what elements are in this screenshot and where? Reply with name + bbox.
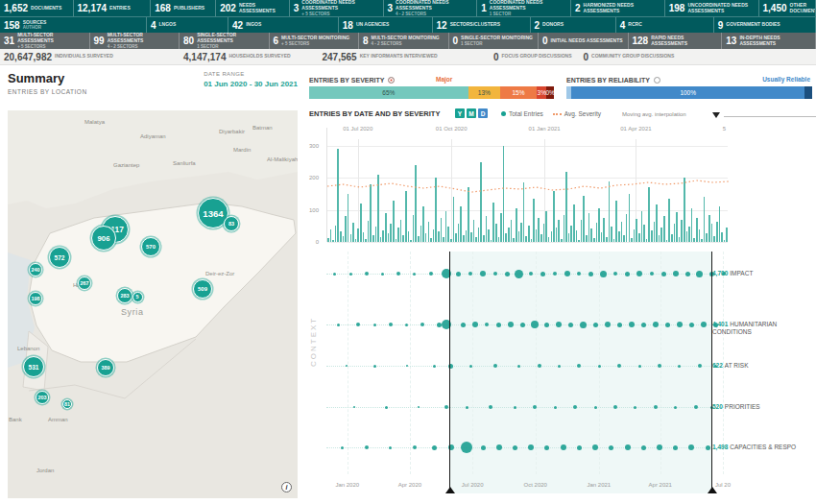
entry-bar[interactable] (486, 216, 488, 242)
entry-bar[interactable] (370, 184, 372, 242)
map-bubble-906[interactable]: 906 (91, 226, 116, 251)
entry-dot[interactable] (544, 323, 549, 327)
entry-dot[interactable] (650, 272, 654, 276)
entry-bar[interactable] (583, 196, 585, 242)
entry-dot[interactable] (613, 272, 617, 276)
entry-dot[interactable] (365, 272, 369, 276)
entry-bar[interactable] (460, 206, 462, 242)
entry-bar[interactable] (478, 228, 480, 242)
entry-bar[interactable] (684, 178, 685, 242)
entry-bar[interactable] (545, 211, 547, 242)
entry-dot[interactable] (641, 445, 646, 450)
entry-bar[interactable] (397, 228, 399, 242)
entry-dot[interactable] (496, 444, 502, 450)
entry-dot[interactable] (609, 445, 613, 450)
entry-dot[interactable] (685, 272, 690, 276)
entry-bar[interactable] (691, 208, 693, 242)
entry-dot[interactable] (577, 445, 582, 450)
map-bubble-531[interactable]: 531 (23, 356, 44, 377)
entry-bar[interactable] (425, 233, 427, 242)
entry-dot[interactable] (554, 406, 557, 409)
entry-dot[interactable] (461, 323, 466, 327)
sev-gauge-segment-3[interactable]: 15% (500, 86, 537, 99)
entry-bar[interactable] (615, 201, 617, 242)
entry-bar[interactable] (438, 231, 440, 242)
entry-dot[interactable] (341, 446, 344, 449)
granularity-button-m[interactable]: M (467, 108, 476, 118)
map-bubble-283[interactable]: 283 (117, 288, 132, 303)
entry-bar[interactable] (525, 236, 527, 242)
entry-dot[interactable] (641, 323, 646, 327)
entry-dot[interactable] (346, 365, 348, 367)
entry-bar[interactable] (396, 239, 397, 242)
entry-dot[interactable] (674, 406, 677, 409)
entry-bar[interactable] (719, 206, 721, 242)
entry-dot[interactable] (564, 271, 570, 276)
entry-dot[interactable] (493, 272, 497, 276)
entry-dot[interactable] (469, 365, 472, 368)
entry-bar[interactable] (565, 172, 567, 242)
entry-bar[interactable] (413, 215, 415, 242)
entry-bar[interactable] (564, 215, 565, 242)
entry-bar[interactable] (688, 227, 690, 242)
entry-dot[interactable] (432, 445, 437, 450)
entry-dot[interactable] (673, 445, 678, 450)
entry-bar[interactable] (636, 219, 637, 242)
entry-bar[interactable] (631, 238, 633, 242)
entry-bar[interactable] (441, 218, 443, 242)
entry-bar[interactable] (335, 226, 337, 242)
entry-dot[interactable] (406, 365, 408, 367)
entry-bar[interactable] (538, 218, 540, 242)
entry-dot[interactable] (373, 365, 376, 368)
entry-bar[interactable] (656, 204, 658, 242)
entry-dot[interactable] (433, 365, 436, 368)
entry-bar[interactable] (668, 199, 670, 242)
entry-bar[interactable] (511, 220, 513, 242)
entry-dot[interactable] (588, 272, 593, 276)
entry-dot[interactable] (594, 406, 597, 409)
entry-bar[interactable] (726, 228, 728, 242)
brush-selection[interactable] (449, 252, 711, 493)
entry-bar[interactable] (686, 231, 688, 242)
entry-bar[interactable] (613, 239, 615, 242)
entry-dot[interactable] (617, 323, 622, 327)
map-bubble-203[interactable]: 203 (36, 391, 49, 404)
entry-dot[interactable] (636, 271, 642, 276)
map-bubble-5[interactable]: 5 (132, 292, 143, 302)
entry-dot[interactable] (698, 364, 702, 368)
entry-bar[interactable] (573, 204, 575, 242)
entry-dot[interactable] (472, 322, 478, 327)
entry-bar[interactable] (646, 239, 648, 242)
entry-dot[interactable] (337, 324, 340, 326)
entry-bar[interactable] (528, 226, 530, 242)
entry-bar[interactable] (568, 233, 570, 242)
entry-bar[interactable] (385, 213, 387, 242)
entry-dot[interactable] (625, 444, 631, 450)
map-bubble-198[interactable]: 198 (29, 292, 42, 305)
entry-bar[interactable] (430, 238, 432, 242)
entry-bar[interactable] (623, 235, 625, 242)
entry-dot[interactable] (515, 270, 523, 278)
entry-bar[interactable] (343, 236, 345, 242)
map-bubble-267[interactable]: 267 (78, 276, 91, 290)
granularity-button-y[interactable]: Y (455, 108, 465, 118)
entry-dot[interactable] (605, 322, 611, 327)
entry-dot[interactable] (381, 273, 384, 276)
entry-dot[interactable] (365, 445, 369, 449)
entry-bar[interactable] (660, 228, 662, 242)
entry-bar[interactable] (390, 224, 392, 242)
entry-bar[interactable] (420, 226, 422, 242)
entry-dot[interactable] (593, 323, 598, 327)
entry-dot[interactable] (520, 323, 525, 327)
entry-bar[interactable] (350, 234, 352, 242)
entry-dot[interactable] (654, 405, 658, 409)
entry-bar[interactable] (410, 240, 412, 242)
entry-dot[interactable] (513, 445, 517, 450)
entry-bar[interactable] (422, 206, 424, 242)
entry-dot[interactable] (389, 446, 392, 449)
entry-bar[interactable] (556, 228, 558, 242)
entry-bar[interactable] (380, 237, 382, 242)
entry-bar[interactable] (724, 240, 726, 242)
entry-bar[interactable] (470, 232, 472, 242)
entry-dot[interactable] (694, 405, 698, 409)
